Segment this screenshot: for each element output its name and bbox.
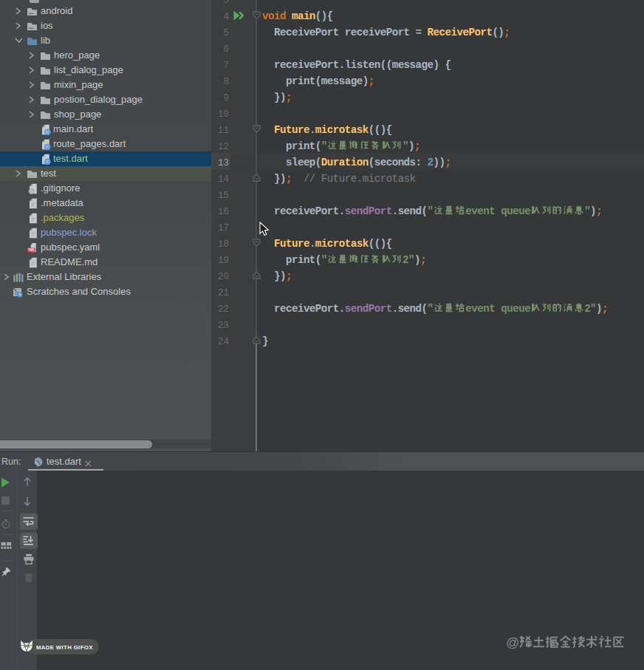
svg-text:YML: YML <box>28 248 35 252</box>
